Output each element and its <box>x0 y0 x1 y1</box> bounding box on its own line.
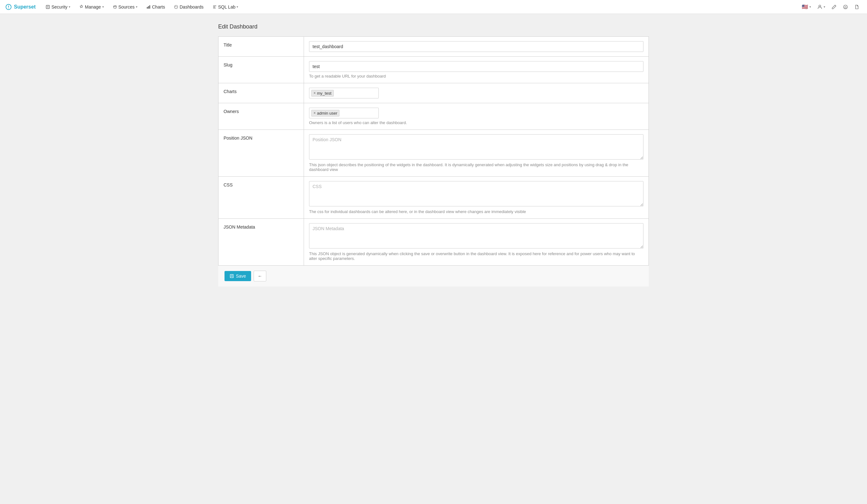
pen-button[interactable] <box>829 0 839 14</box>
slug-input[interactable] <box>309 61 643 72</box>
remove-my-test-tag[interactable]: × <box>313 91 316 95</box>
remove-admin-tag[interactable]: × <box>313 111 316 115</box>
owners-tag-input[interactable]: × admin user <box>309 108 379 118</box>
charts-tag-search-input[interactable] <box>335 91 376 96</box>
charts-tag-input[interactable]: × my_test <box>309 88 379 98</box>
title-label: Title <box>218 37 304 56</box>
security-nav-item[interactable]: Security ▾ <box>42 0 74 14</box>
json-metadata-textarea[interactable] <box>309 223 643 248</box>
title-row: Title <box>218 37 649 57</box>
manage-icon <box>79 5 84 9</box>
svg-rect-2 <box>147 7 148 9</box>
owners-tag-admin: × admin user <box>311 110 340 117</box>
user-chevron-icon: ▾ <box>824 5 825 9</box>
position-json-hint: This json object describes the positioni… <box>309 162 643 172</box>
svg-rect-4 <box>149 5 150 9</box>
language-selector[interactable]: 🇺🇸 ▾ <box>799 0 813 14</box>
title-input-cell <box>304 37 649 56</box>
charts-input-cell: × my_test <box>304 83 649 103</box>
file-button[interactable] <box>852 0 862 14</box>
json-metadata-row: JSON Metadata This JSON object is genera… <box>218 219 649 265</box>
sqllab-icon <box>213 5 217 9</box>
superset-logo-icon <box>5 3 12 10</box>
back-button-label: ← <box>258 274 262 279</box>
nav-right: 🇺🇸 ▾ ▾ <box>799 0 862 14</box>
dashboards-nav-item[interactable]: Dashboards <box>170 0 207 14</box>
security-chevron-icon: ▾ <box>69 5 70 9</box>
owners-hint: Owners is a list of users who can alter … <box>309 120 643 125</box>
github-icon <box>843 4 848 10</box>
position-json-input-cell: This json object describes the positioni… <box>304 130 649 176</box>
sqllab-chevron-icon: ▾ <box>237 5 238 9</box>
charts-icon <box>146 5 151 9</box>
sqllab-nav-item[interactable]: SQL Lab ▾ <box>209 0 242 14</box>
charts-label: Charts <box>218 83 304 103</box>
user-menu[interactable]: ▾ <box>815 0 828 14</box>
charts-nav-label: Charts <box>152 4 165 10</box>
sqllab-nav-label: SQL Lab <box>218 4 236 10</box>
manage-nav-item[interactable]: Manage ▾ <box>75 0 108 14</box>
manage-nav-label: Manage <box>85 4 101 10</box>
slug-input-cell: To get a readable URL for your dashboard <box>304 57 649 83</box>
edit-dashboard-form: Title Slug To get a readable URL for you… <box>218 36 649 266</box>
owners-tag-label: admin user <box>317 111 337 116</box>
json-metadata-input-cell: This JSON object is generated dynamicall… <box>304 219 649 265</box>
save-button[interactable]: Save <box>225 271 251 281</box>
svg-rect-0 <box>46 5 50 9</box>
position-json-label: Position JSON <box>218 130 304 176</box>
brand-name: Superset <box>14 4 35 10</box>
sources-chevron-icon: ▾ <box>136 5 137 9</box>
slug-hint: To get a readable URL for your dashboard <box>309 74 643 78</box>
flag-icon: 🇺🇸 <box>802 4 808 10</box>
svg-point-1 <box>113 6 116 7</box>
file-icon <box>854 4 859 10</box>
owners-label: Owners <box>218 103 304 129</box>
charts-row: Charts × my_test <box>218 83 649 103</box>
svg-rect-10 <box>231 276 233 278</box>
github-button[interactable] <box>841 0 850 14</box>
sources-icon <box>113 5 117 9</box>
brand[interactable]: Superset <box>5 3 35 10</box>
json-metadata-hint: This JSON object is generated dynamicall… <box>309 251 643 261</box>
owners-input-cell: × admin user Owners is a list of users w… <box>304 103 649 129</box>
charts-nav-item[interactable]: Charts <box>142 0 169 14</box>
css-row: CSS The css for individual dashboards ca… <box>218 176 649 219</box>
charts-tag-label: my_test <box>317 91 332 96</box>
svg-point-6 <box>819 5 821 7</box>
json-metadata-label: JSON Metadata <box>218 219 304 265</box>
svg-rect-9 <box>231 275 233 276</box>
slug-label: Slug <box>218 57 304 83</box>
navbar: Superset Security ▾ Manage ▾ Sources ▾ <box>0 0 867 14</box>
dashboards-nav-label: Dashboards <box>180 4 204 10</box>
slug-row: Slug To get a readable URL for your dash… <box>218 57 649 83</box>
security-icon <box>46 5 50 9</box>
owners-tag-search-input[interactable] <box>341 111 376 116</box>
security-nav-label: Security <box>51 4 67 10</box>
owners-row: Owners × admin user Owners is a list of … <box>218 103 649 130</box>
title-input[interactable] <box>309 41 643 52</box>
svg-rect-3 <box>148 6 149 9</box>
charts-tag-my-test: × my_test <box>311 90 334 97</box>
pen-icon <box>832 4 837 10</box>
save-button-label: Save <box>236 274 246 279</box>
save-icon <box>229 274 234 278</box>
sources-nav-label: Sources <box>118 4 135 10</box>
main-content: Edit Dashboard Title Slug To get a reada… <box>212 14 655 296</box>
back-button[interactable]: ← <box>254 271 266 281</box>
position-json-textarea[interactable] <box>309 134 643 160</box>
language-chevron-icon: ▾ <box>809 5 811 9</box>
position-json-row: Position JSON This json object describes… <box>218 130 649 176</box>
sources-nav-item[interactable]: Sources ▾ <box>109 0 141 14</box>
manage-chevron-icon: ▾ <box>102 5 104 9</box>
css-hint: The css for individual dashboards can be… <box>309 209 643 214</box>
css-label: CSS <box>218 176 304 218</box>
form-footer: Save ← <box>218 266 649 287</box>
user-icon <box>817 4 822 10</box>
page-title: Edit Dashboard <box>218 23 649 30</box>
css-input-cell: The css for individual dashboards can be… <box>304 176 649 218</box>
css-textarea[interactable] <box>309 181 643 206</box>
dashboards-icon <box>174 5 178 9</box>
